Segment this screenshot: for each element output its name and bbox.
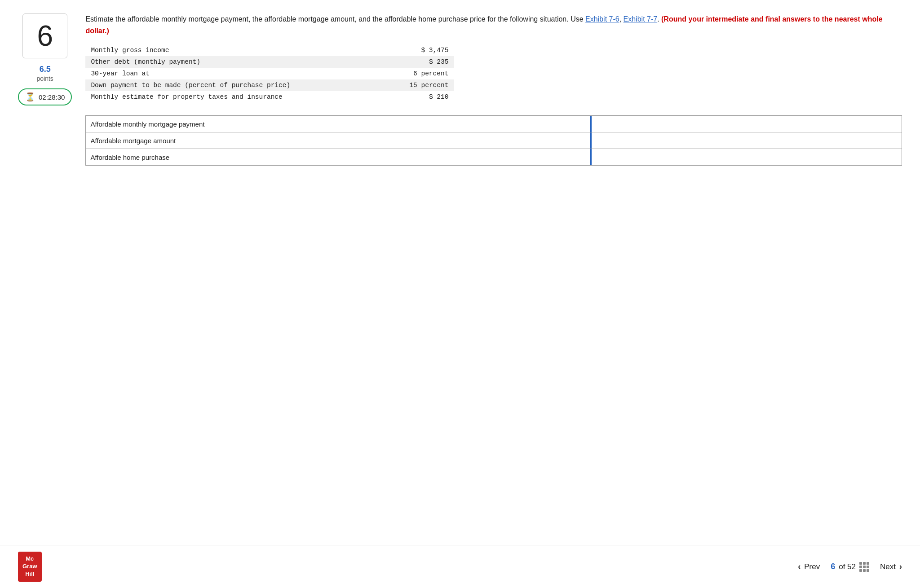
question-body: Estimate the affordable monthly mortgage… [85, 13, 902, 531]
data-row: Down payment to be made (percent of purc… [85, 79, 454, 91]
page-of: of 52 [839, 562, 856, 571]
next-chevron-icon: › [899, 562, 902, 571]
answer-row-label: Affordable monthly mortgage payment [86, 116, 590, 132]
answer-input-2[interactable] [590, 149, 902, 165]
answer-input-0[interactable] [590, 116, 902, 132]
question-number-box: 6 [22, 13, 67, 58]
hourglass-icon: ⏳ [25, 92, 35, 102]
page-indicator: 6 of 52 [831, 562, 869, 572]
timer-display: 02:28:30 [39, 93, 65, 101]
data-row-value: 15 percent [383, 79, 454, 91]
answer-row-label: Affordable mortgage amount [86, 132, 590, 149]
comma: , [619, 15, 624, 23]
data-row: 30-year loan at6 percent [85, 68, 454, 79]
data-row: Other debt (monthly payment)$ 235 [85, 56, 454, 68]
mcgraw-hill-logo: Mc Graw Hill [18, 552, 42, 582]
text-between: . [657, 15, 661, 23]
answer-input-1[interactable] [590, 132, 902, 149]
timer-badge: ⏳ 02:28:30 [18, 88, 72, 105]
answer-row: Affordable mortgage amount [86, 132, 902, 149]
data-row: Monthly estimate for property taxes and … [85, 91, 454, 103]
data-row-label: 30-year loan at [85, 68, 383, 79]
prev-button[interactable]: ‹ Prev [798, 562, 820, 571]
left-sidebar: 6 6.5 points ⏳ 02:28:30 [18, 13, 72, 531]
data-row-value: $ 210 [383, 91, 454, 103]
footer-bar: Mc Graw Hill ‹ Prev 6 of 52 Next [0, 545, 920, 588]
answer-input-cell [590, 149, 902, 166]
data-table: Monthly gross income$ 3,475Other debt (m… [85, 44, 454, 103]
answer-input-cell [590, 116, 902, 132]
page-current: 6 [831, 562, 835, 571]
points-value: 6.5 [40, 65, 51, 74]
question-text-before: Estimate the affordable monthly mortgage… [85, 15, 585, 23]
data-row-value: $ 3,475 [383, 44, 454, 56]
exhibit-7-7-link[interactable]: Exhibit 7-7 [624, 15, 658, 23]
grid-icon[interactable] [859, 562, 869, 572]
data-row-label: Down payment to be made (percent of purc… [85, 79, 383, 91]
data-row-value: 6 percent [383, 68, 454, 79]
answer-row-label: Affordable home purchase [86, 149, 590, 166]
question-number: 6 [37, 19, 53, 53]
exhibit-7-6-link[interactable]: Exhibit 7-6 [585, 15, 619, 23]
footer-nav: ‹ Prev 6 of 52 Next › [798, 562, 902, 572]
data-row-label: Monthly estimate for property taxes and … [85, 91, 383, 103]
prev-chevron-icon: ‹ [798, 562, 801, 571]
question-text: Estimate the affordable monthly mortgage… [85, 13, 902, 36]
next-button[interactable]: Next › [880, 562, 902, 571]
data-row-value: $ 235 [383, 56, 454, 68]
answer-row: Affordable monthly mortgage payment [86, 116, 902, 132]
answer-table: Affordable monthly mortgage paymentAffor… [85, 115, 902, 166]
data-row: Monthly gross income$ 3,475 [85, 44, 454, 56]
data-row-label: Other debt (monthly payment) [85, 56, 383, 68]
data-row-label: Monthly gross income [85, 44, 383, 56]
prev-label: Prev [804, 562, 820, 571]
answer-input-cell [590, 132, 902, 149]
points-section: 6.5 points [37, 65, 53, 82]
next-label: Next [880, 562, 896, 571]
answer-row: Affordable home purchase [86, 149, 902, 166]
points-label: points [37, 75, 53, 82]
